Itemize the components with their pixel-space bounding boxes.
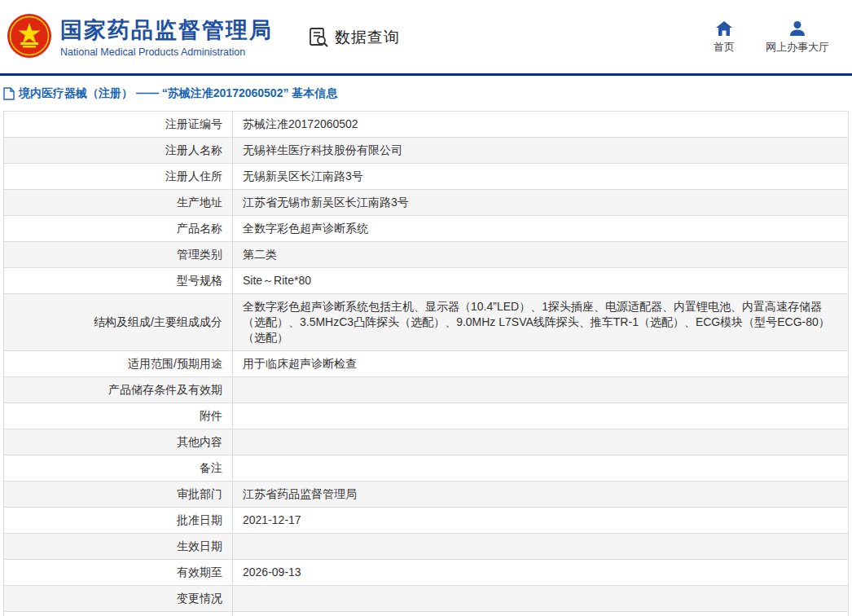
field-value — [233, 403, 849, 429]
field-label: 型号规格 — [4, 268, 233, 294]
field-value: 无锡新吴区长江南路3号 — [233, 164, 849, 190]
breadcrumb-text: 境内医疗器械（注册） —— “苏械注准20172060502” 基本信息 — [19, 86, 337, 101]
table-row: 生产地址江苏省无锡市新吴区长江南路3号 — [4, 190, 849, 216]
table-row: 产品储存条件及有效期 — [4, 377, 849, 403]
field-label: 注册人住所 — [4, 164, 233, 190]
field-label: 生效日期 — [4, 534, 233, 560]
org-names: 国家药品监督管理局 National Medical Products Admi… — [60, 17, 273, 58]
field-value — [233, 377, 849, 403]
field-value — [233, 534, 849, 560]
nav-service-hall[interactable]: 网上办事大厅 — [766, 21, 829, 55]
field-label: 产品名称 — [4, 216, 233, 242]
national-emblem-icon — [7, 13, 52, 59]
field-label: 备注 — [4, 455, 233, 482]
table-row: 注册人名称无锡祥生医疗科技股份有限公司 — [4, 138, 849, 164]
top-nav: 首页 网上办事大厅 — [714, 21, 829, 55]
table-row: 产品名称全数字彩色超声诊断系统 — [4, 216, 849, 242]
org-name-cn: 国家药品监督管理局 — [60, 17, 273, 45]
field-value: 江苏省药品监督管理局 — [233, 482, 849, 508]
field-value: Site～Rite*80 — [233, 268, 849, 294]
table-row: 注详情 — [4, 612, 849, 616]
table-row: 适用范围/预期用途用于临床超声诊断检查 — [4, 351, 849, 377]
breadcrumb: 境内医疗器械（注册） —— “苏械注准20172060502” 基本信息 — [0, 76, 852, 111]
table-row: 注册证编号苏械注准20172060502 — [4, 112, 849, 138]
org-name-en: National Medical Products Administration — [60, 46, 273, 58]
field-label: 注册人名称 — [4, 138, 233, 164]
nmpa-logo — [7, 13, 52, 62]
data-query-link[interactable]: 数据查询 — [307, 26, 400, 49]
table-row: 注册人住所无锡新吴区长江南路3号 — [4, 164, 849, 190]
person-icon — [789, 21, 806, 36]
registration-table: 注册证编号苏械注准20172060502注册人名称无锡祥生医疗科技股份有限公司注… — [3, 111, 849, 616]
table-row: 审批部门江苏省药品监督管理局 — [4, 482, 849, 508]
data-query-label: 数据查询 — [335, 27, 400, 48]
field-label: 结构及组成/主要组成成分 — [4, 294, 233, 351]
field-label: 适用范围/预期用途 — [4, 351, 233, 377]
nav-service-hall-label: 网上办事大厅 — [766, 40, 829, 55]
field-label: 审批部门 — [4, 482, 233, 508]
table-row: 型号规格Site～Rite*80 — [4, 268, 849, 294]
field-value: 全数字彩色超声诊断系统包括主机、显示器（10.4”LED）、1探头插座、电源适配… — [233, 294, 849, 351]
field-label: 附件 — [4, 403, 233, 429]
nav-home[interactable]: 首页 — [714, 21, 735, 55]
field-label: 注册证编号 — [4, 112, 233, 138]
field-label: 批准日期 — [4, 508, 233, 534]
field-label: 产品储存条件及有效期 — [4, 377, 233, 403]
field-label: 变更情况 — [4, 586, 233, 612]
home-icon — [716, 21, 732, 36]
document-icon — [3, 87, 15, 100]
field-value: 2026-09-13 — [233, 560, 849, 586]
site-header: 国家药品监督管理局 National Medical Products Admi… — [0, 0, 852, 73]
field-label: 生产地址 — [4, 190, 233, 216]
table-row: 管理类别第二类 — [4, 242, 849, 268]
table-row: 批准日期2021-12-17 — [4, 508, 849, 534]
field-value: 2021-12-17 — [233, 508, 849, 534]
field-label: 其他内容 — [4, 429, 233, 455]
table-row: 生效日期 — [4, 534, 849, 560]
table-row: 结构及组成/主要组成成分全数字彩色超声诊断系统包括主机、显示器（10.4”LED… — [4, 294, 849, 351]
table-row: 附件 — [4, 403, 849, 429]
table-row: 有效期至2026-09-13 — [4, 560, 849, 586]
field-value: 用于临床超声诊断检查 — [233, 351, 849, 377]
field-label: 管理类别 — [4, 242, 233, 268]
field-value: 苏械注准20172060502 — [233, 112, 849, 138]
field-value: 无锡祥生医疗科技股份有限公司 — [233, 138, 849, 164]
table-row: 变更情况 — [4, 586, 849, 612]
nav-home-label: 首页 — [714, 40, 735, 55]
field-value: 第二类 — [233, 242, 849, 268]
field-label: 注 — [4, 612, 233, 616]
field-value: 详情 — [233, 612, 849, 616]
field-value: 江苏省无锡市新吴区长江南路3号 — [233, 190, 849, 216]
field-value: 全数字彩色超声诊断系统 — [233, 216, 849, 242]
field-value — [233, 455, 849, 482]
field-label: 有效期至 — [4, 560, 233, 586]
table-row: 备注 — [4, 455, 849, 482]
table-row: 其他内容 — [4, 429, 849, 455]
field-value — [233, 586, 849, 612]
field-value — [233, 429, 849, 455]
document-search-icon — [307, 26, 330, 49]
